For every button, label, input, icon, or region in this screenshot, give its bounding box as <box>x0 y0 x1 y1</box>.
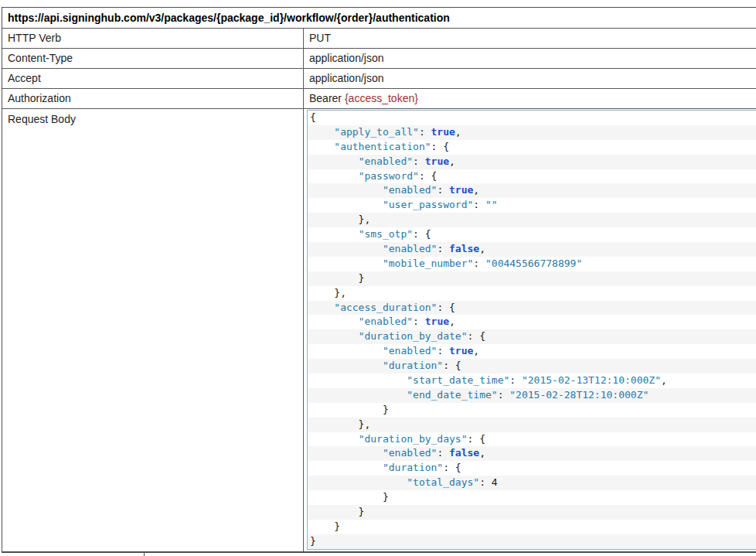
table-row-authorization: Authorization Bearer {access_token} <box>2 88 756 108</box>
code-line: } <box>308 534 756 549</box>
row-label: HTTP Verb <box>2 29 303 48</box>
code-line: "access_duration": { <box>308 301 756 316</box>
code-line: "enabled": false, <box>308 242 756 257</box>
row-value: application/json <box>303 69 756 88</box>
table-row-content-type: Content-Type application/json <box>2 48 756 68</box>
row-value: PUT <box>303 29 756 48</box>
code-line: "authentication": { <box>308 140 756 155</box>
code-line: } <box>308 490 756 505</box>
row-label: Authorization <box>2 89 303 108</box>
code-line: }, <box>308 286 756 301</box>
code-line: "password": { <box>308 169 756 184</box>
code-line: "enabled": true, <box>308 315 756 329</box>
code-line: } <box>308 403 756 418</box>
code-line: } <box>308 271 756 286</box>
code-line: "duration": { <box>308 359 756 374</box>
code-line: "duration_by_days": { <box>308 432 756 447</box>
row-label: Accept <box>2 69 303 88</box>
code-line: "total_days": 4 <box>308 476 756 490</box>
table-row-accept: Accept application/json <box>2 68 756 88</box>
row-value: Bearer {access_token} <box>303 89 756 108</box>
code-line: } <box>308 520 756 534</box>
code-line: "apply_to_all": true, <box>308 125 756 140</box>
code-line: "enabled": true, <box>308 155 756 169</box>
code-line: "mobile_number": "00445566778899" <box>308 257 756 271</box>
table-row-http-verb: HTTP Verb PUT <box>2 28 756 48</box>
code-line: "end_date_time": "2015-02-28T12:10:000Z" <box>308 388 756 403</box>
code-line: }, <box>308 213 756 227</box>
code-line: "start_date_time": "2015-02-13T12:10:000… <box>308 374 756 388</box>
next-table-edge <box>144 552 145 556</box>
request-body-cell: { "apply_to_all": true, "authentication"… <box>303 109 756 551</box>
api-endpoint-table: https://api.signinghub.com/v3/packages/{… <box>2 7 756 553</box>
row-label: Content-Type <box>2 49 303 68</box>
code-line: "enabled": true, <box>308 183 756 198</box>
access-token-placeholder: {access_token} <box>345 92 418 104</box>
endpoint-url-row: https://api.signinghub.com/v3/packages/{… <box>2 8 756 28</box>
code-line: "duration": { <box>308 461 756 476</box>
row-value: application/json <box>303 49 756 68</box>
code-line: "user_password": "" <box>308 198 756 213</box>
request-body-code: { "apply_to_all": true, "authentication"… <box>307 110 756 550</box>
table-row-request-body: Request Body { "apply_to_all": true, "au… <box>2 108 756 551</box>
row-label: Request Body <box>2 109 303 551</box>
code-line: }, <box>308 418 756 432</box>
endpoint-url: https://api.signinghub.com/v3/packages/{… <box>8 12 450 24</box>
code-line: "enabled": true, <box>308 344 756 359</box>
code-line: "enabled": false, <box>308 446 756 461</box>
bearer-prefix: Bearer <box>309 92 345 104</box>
code-line: "sms_otp": { <box>308 227 756 242</box>
code-line: } <box>308 505 756 520</box>
code-line: "duration_by_date": { <box>308 329 756 344</box>
code-line: { <box>308 111 756 125</box>
